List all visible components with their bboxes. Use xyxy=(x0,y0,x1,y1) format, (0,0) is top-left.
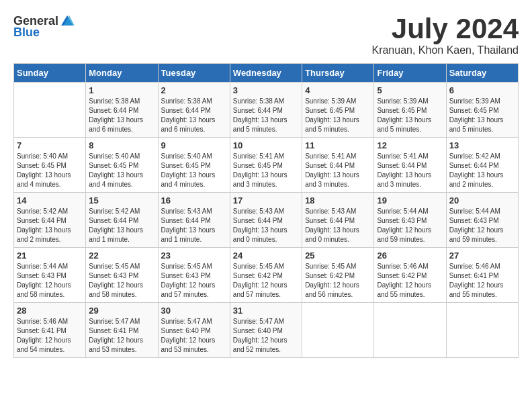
weekday-header-thursday: Thursday xyxy=(302,64,374,83)
day-number: 15 xyxy=(89,195,154,205)
calendar-cell: 8Sunrise: 5:40 AM Sunset: 6:45 PM Daylig… xyxy=(86,138,158,193)
day-info: Sunrise: 5:46 AM Sunset: 6:42 PM Dayligh… xyxy=(377,262,443,300)
day-info: Sunrise: 5:45 AM Sunset: 6:43 PM Dayligh… xyxy=(161,262,227,300)
month-year: July 2024 xyxy=(371,13,519,44)
logo-blue: Blue xyxy=(13,26,40,40)
week-row-2: 7Sunrise: 5:40 AM Sunset: 6:45 PM Daylig… xyxy=(14,138,519,193)
week-row-5: 28Sunrise: 5:46 AM Sunset: 6:41 PM Dayli… xyxy=(14,303,519,358)
calendar-cell: 22Sunrise: 5:45 AM Sunset: 6:43 PM Dayli… xyxy=(86,248,158,303)
day-info: Sunrise: 5:42 AM Sunset: 6:44 PM Dayligh… xyxy=(17,207,83,244)
location: Kranuan, Khon Kaen, Thailand xyxy=(371,44,519,56)
calendar-cell: 4Sunrise: 5:39 AM Sunset: 6:45 PM Daylig… xyxy=(302,83,374,138)
weekday-header-wednesday: Wednesday xyxy=(230,64,302,83)
calendar-cell: 25Sunrise: 5:45 AM Sunset: 6:42 PM Dayli… xyxy=(302,248,374,303)
calendar-cell: 7Sunrise: 5:40 AM Sunset: 6:45 PM Daylig… xyxy=(14,138,86,193)
day-number: 1 xyxy=(89,85,154,95)
day-number: 16 xyxy=(161,195,227,205)
day-info: Sunrise: 5:43 AM Sunset: 6:44 PM Dayligh… xyxy=(305,207,371,244)
calendar-cell: 26Sunrise: 5:46 AM Sunset: 6:42 PM Dayli… xyxy=(374,248,446,303)
day-info: Sunrise: 5:41 AM Sunset: 6:44 PM Dayligh… xyxy=(377,152,443,189)
calendar-cell: 3Sunrise: 5:38 AM Sunset: 6:44 PM Daylig… xyxy=(230,83,302,138)
day-info: Sunrise: 5:44 AM Sunset: 6:43 PM Dayligh… xyxy=(377,207,443,244)
day-info: Sunrise: 5:45 AM Sunset: 6:42 PM Dayligh… xyxy=(305,262,371,300)
calendar-cell: 19Sunrise: 5:44 AM Sunset: 6:43 PM Dayli… xyxy=(374,193,446,248)
calendar-cell: 17Sunrise: 5:43 AM Sunset: 6:44 PM Dayli… xyxy=(230,193,302,248)
calendar-cell: 23Sunrise: 5:45 AM Sunset: 6:43 PM Dayli… xyxy=(158,248,230,303)
day-number: 4 xyxy=(305,85,371,95)
day-number: 18 xyxy=(305,195,371,205)
calendar-cell: 15Sunrise: 5:42 AM Sunset: 6:44 PM Dayli… xyxy=(86,193,158,248)
day-info: Sunrise: 5:38 AM Sunset: 6:44 PM Dayligh… xyxy=(233,97,299,134)
weekday-header-saturday: Saturday xyxy=(446,64,518,83)
logo: General Blue xyxy=(13,13,75,40)
day-info: Sunrise: 5:43 AM Sunset: 6:44 PM Dayligh… xyxy=(161,207,227,244)
day-number: 17 xyxy=(233,195,299,205)
day-info: Sunrise: 5:44 AM Sunset: 6:43 PM Dayligh… xyxy=(449,207,515,244)
calendar-cell: 27Sunrise: 5:46 AM Sunset: 6:41 PM Dayli… xyxy=(446,248,518,303)
calendar-cell xyxy=(302,303,374,358)
day-number: 10 xyxy=(233,140,299,150)
day-info: Sunrise: 5:39 AM Sunset: 6:45 PM Dayligh… xyxy=(449,97,515,134)
calendar-cell: 20Sunrise: 5:44 AM Sunset: 6:43 PM Dayli… xyxy=(446,193,518,248)
weekday-header-row: SundayMondayTuesdayWednesdayThursdayFrid… xyxy=(14,64,519,83)
day-number: 21 xyxy=(17,250,83,261)
day-info: Sunrise: 5:46 AM Sunset: 6:41 PM Dayligh… xyxy=(449,262,515,300)
day-info: Sunrise: 5:41 AM Sunset: 6:45 PM Dayligh… xyxy=(233,152,299,189)
day-number: 19 xyxy=(377,195,443,205)
day-info: Sunrise: 5:40 AM Sunset: 6:45 PM Dayligh… xyxy=(17,152,83,189)
day-info: Sunrise: 5:42 AM Sunset: 6:44 PM Dayligh… xyxy=(449,152,515,189)
day-number: 9 xyxy=(161,140,227,150)
week-row-3: 14Sunrise: 5:42 AM Sunset: 6:44 PM Dayli… xyxy=(14,193,519,248)
calendar-cell xyxy=(374,303,446,358)
calendar-cell: 6Sunrise: 5:39 AM Sunset: 6:45 PM Daylig… xyxy=(446,83,518,138)
calendar-cell: 24Sunrise: 5:45 AM Sunset: 6:42 PM Dayli… xyxy=(230,248,302,303)
calendar-cell: 30Sunrise: 5:47 AM Sunset: 6:40 PM Dayli… xyxy=(158,303,230,358)
weekday-header-tuesday: Tuesday xyxy=(158,64,230,83)
calendar-cell: 28Sunrise: 5:46 AM Sunset: 6:41 PM Dayli… xyxy=(14,303,86,358)
calendar-cell: 14Sunrise: 5:42 AM Sunset: 6:44 PM Dayli… xyxy=(14,193,86,248)
weekday-header-friday: Friday xyxy=(374,64,446,83)
day-info: Sunrise: 5:46 AM Sunset: 6:41 PM Dayligh… xyxy=(17,317,83,355)
day-info: Sunrise: 5:42 AM Sunset: 6:44 PM Dayligh… xyxy=(89,207,154,244)
calendar-cell: 31Sunrise: 5:47 AM Sunset: 6:40 PM Dayli… xyxy=(230,303,302,358)
day-info: Sunrise: 5:43 AM Sunset: 6:44 PM Dayligh… xyxy=(233,207,299,244)
calendar-cell: 13Sunrise: 5:42 AM Sunset: 6:44 PM Dayli… xyxy=(446,138,518,193)
weekday-header-sunday: Sunday xyxy=(14,64,86,83)
page-header: General Blue July 2024 Kranuan, Khon Kae… xyxy=(13,13,519,56)
day-number: 3 xyxy=(233,85,299,95)
day-number: 24 xyxy=(233,250,299,261)
day-number: 28 xyxy=(17,306,83,316)
week-row-1: 1Sunrise: 5:38 AM Sunset: 6:44 PM Daylig… xyxy=(14,83,519,138)
day-info: Sunrise: 5:40 AM Sunset: 6:45 PM Dayligh… xyxy=(89,152,154,189)
day-number: 20 xyxy=(449,195,515,205)
day-number: 7 xyxy=(17,140,83,150)
day-info: Sunrise: 5:47 AM Sunset: 6:40 PM Dayligh… xyxy=(233,317,299,355)
week-row-4: 21Sunrise: 5:44 AM Sunset: 6:43 PM Dayli… xyxy=(14,248,519,303)
day-number: 12 xyxy=(377,140,443,150)
day-number: 25 xyxy=(305,250,371,261)
calendar-cell: 9Sunrise: 5:40 AM Sunset: 6:45 PM Daylig… xyxy=(158,138,230,193)
day-number: 30 xyxy=(161,306,227,316)
day-info: Sunrise: 5:45 AM Sunset: 6:43 PM Dayligh… xyxy=(89,262,154,300)
calendar-cell: 16Sunrise: 5:43 AM Sunset: 6:44 PM Dayli… xyxy=(158,193,230,248)
day-number: 6 xyxy=(449,85,515,95)
calendar-cell: 18Sunrise: 5:43 AM Sunset: 6:44 PM Dayli… xyxy=(302,193,374,248)
logo-icon xyxy=(60,13,75,28)
day-number: 27 xyxy=(449,250,515,261)
title-block: July 2024 Kranuan, Khon Kaen, Thailand xyxy=(371,13,519,56)
calendar-table: SundayMondayTuesdayWednesdayThursdayFrid… xyxy=(13,63,519,358)
calendar-cell xyxy=(446,303,518,358)
day-number: 8 xyxy=(89,140,154,150)
calendar-cell: 2Sunrise: 5:38 AM Sunset: 6:44 PM Daylig… xyxy=(158,83,230,138)
day-number: 14 xyxy=(17,195,83,205)
day-info: Sunrise: 5:47 AM Sunset: 6:41 PM Dayligh… xyxy=(89,317,154,355)
day-number: 22 xyxy=(89,250,154,261)
calendar-cell: 5Sunrise: 5:39 AM Sunset: 6:45 PM Daylig… xyxy=(374,83,446,138)
day-info: Sunrise: 5:40 AM Sunset: 6:45 PM Dayligh… xyxy=(161,152,227,189)
day-number: 2 xyxy=(161,85,227,95)
weekday-header-monday: Monday xyxy=(86,64,158,83)
calendar-cell xyxy=(14,83,86,138)
day-number: 23 xyxy=(161,250,227,261)
day-info: Sunrise: 5:44 AM Sunset: 6:43 PM Dayligh… xyxy=(17,262,83,300)
calendar-cell: 1Sunrise: 5:38 AM Sunset: 6:44 PM Daylig… xyxy=(86,83,158,138)
